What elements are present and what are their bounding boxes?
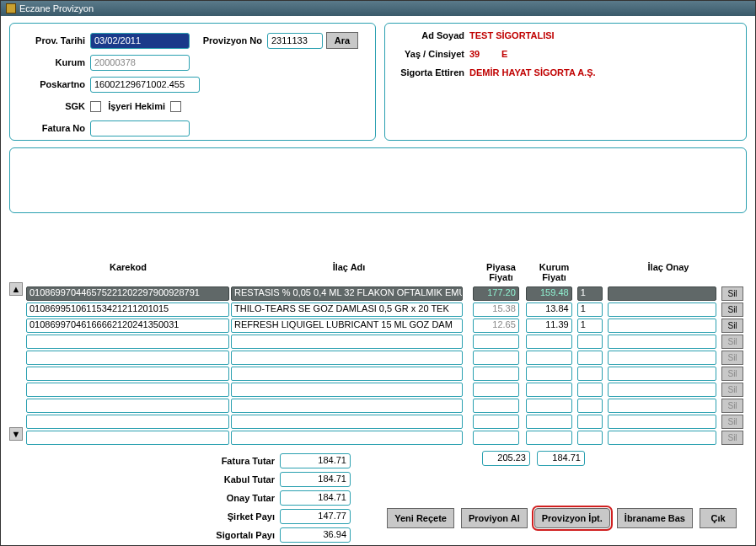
table-row[interactable]: 01086997046166662120241350031REFRESH LIQ… — [26, 318, 743, 333]
cell-piyasa — [473, 383, 519, 397]
ibraname-bas-button[interactable]: İbraname Bas — [617, 508, 693, 528]
cell-ilac[interactable] — [231, 335, 463, 349]
sirket-payi-label: Şirket Payı — [200, 511, 280, 522]
sgk-checkbox[interactable] — [90, 101, 101, 112]
sigorta-ettiren-value: DEMİR HAYAT SİGORTA A.Ş. — [469, 67, 596, 78]
cell-onay — [608, 286, 717, 301]
cell-ilac[interactable] — [231, 383, 463, 397]
notes-panel — [9, 147, 747, 213]
cell-miktar[interactable] — [577, 383, 603, 397]
provizyon-iptal-button[interactable]: Provizyon İpt. — [534, 508, 610, 528]
cell-onay — [608, 318, 717, 333]
cell-kurum — [526, 415, 572, 429]
table-row[interactable]: Sil — [26, 334, 743, 349]
sil-button[interactable]: Sil — [721, 302, 743, 317]
cell-karekod[interactable]: 010869970446575221202297900928791 — [26, 286, 229, 301]
onay-tutar-value: 184.71 — [280, 490, 351, 506]
sil-button: Sil — [721, 383, 743, 397]
cell-ilac[interactable] — [231, 367, 463, 381]
cell-karekod[interactable] — [26, 431, 229, 445]
cik-button[interactable]: Çık — [700, 508, 737, 528]
kurum-input[interactable] — [90, 55, 190, 71]
cell-kurum — [526, 351, 572, 365]
cell-onay — [608, 383, 717, 397]
cell-ilac[interactable] — [231, 399, 463, 413]
isyeri-checkbox[interactable] — [170, 101, 181, 112]
cell-onay — [608, 399, 717, 413]
table-row[interactable]: Sil — [26, 430, 743, 445]
scroll-up-button[interactable]: ▲ — [9, 282, 23, 296]
table-row[interactable]: 010869951061153421211201015THILO-TEARS S… — [26, 302, 743, 317]
isyeri-label: İşyeri Hekimi — [101, 101, 170, 111]
cell-karekod[interactable] — [26, 335, 229, 349]
cell-piyasa — [473, 415, 519, 429]
cell-karekod[interactable] — [26, 351, 229, 365]
table-row[interactable]: Sil — [26, 398, 743, 413]
cell-kurum: 11.39 — [526, 318, 572, 333]
patient-info-panel: Ad Soyad TEST SİGORTALISI Yaş / Cinsiyet… — [384, 23, 747, 141]
yas-value: 39 — [469, 49, 501, 59]
table-row[interactable]: 010869970446575221202297900928791RESTASI… — [26, 286, 743, 301]
table-row[interactable]: Sil — [26, 382, 743, 397]
sil-button: Sil — [721, 351, 743, 365]
ad-soyad-label: Ad Soyad — [394, 30, 469, 40]
cell-miktar[interactable]: 1 — [577, 302, 603, 317]
cell-piyasa: 12.65 — [473, 318, 519, 333]
kurum-label: Kurum — [19, 57, 90, 67]
sigortali-payi-label: Sigortalı Payı — [200, 530, 280, 540]
cell-kurum — [526, 431, 572, 445]
cell-onay — [608, 367, 717, 381]
yeni-recete-button[interactable]: Yeni Reçete — [387, 508, 454, 528]
kabul-tutar-label: Kabul Tutar — [200, 474, 280, 484]
kabul-tutar-value: 184.71 — [280, 472, 351, 487]
sil-button[interactable]: Sil — [721, 286, 743, 301]
cell-miktar[interactable]: 1 — [577, 286, 603, 301]
fatura-no-input[interactable] — [90, 120, 190, 136]
sil-button: Sil — [721, 399, 743, 413]
cell-karekod[interactable]: 010869951061153421211201015 — [26, 302, 229, 317]
cell-miktar[interactable] — [577, 431, 603, 445]
cell-ilac[interactable] — [231, 431, 463, 445]
cinsiyet-value: E — [501, 49, 507, 59]
cell-miktar[interactable] — [577, 335, 603, 349]
scroll-down-button[interactable]: ▼ — [9, 427, 23, 441]
cell-karekod[interactable] — [26, 383, 229, 397]
cell-kurum: 13.84 — [526, 302, 572, 317]
cell-karekod[interactable] — [26, 399, 229, 413]
poskartno-input[interactable] — [90, 77, 200, 93]
cell-karekod[interactable] — [26, 367, 229, 381]
cell-piyasa — [473, 335, 519, 349]
table-row[interactable]: Sil — [26, 366, 743, 381]
cell-ilac[interactable] — [231, 351, 463, 365]
fatura-tutar-value: 184.71 — [280, 453, 351, 468]
provizyon-no-input[interactable] — [267, 33, 323, 49]
ara-button[interactable]: Ara — [326, 32, 358, 49]
window-titlebar: Eczane Provizyon — [1, 1, 755, 16]
cell-kurum — [526, 335, 572, 349]
sil-button[interactable]: Sil — [721, 318, 743, 333]
cell-ilac[interactable]: REFRESH LIQUIGEL LUBRICANT 15 ML GOZ DAM — [231, 318, 463, 333]
table-row[interactable]: Sil — [26, 414, 743, 429]
proviyon-al-button[interactable]: Proviyon Al — [461, 508, 528, 528]
sgk-label: SGK — [19, 101, 90, 111]
sil-button: Sil — [721, 335, 743, 349]
cell-ilac[interactable] — [231, 415, 463, 429]
cell-karekod[interactable] — [26, 415, 229, 429]
col-onay: İlaç Onay — [618, 262, 719, 282]
sil-button: Sil — [721, 415, 743, 429]
cell-ilac[interactable]: THILO-TEARS SE GOZ DAMLASI 0,5 GR x 20 T… — [231, 302, 463, 317]
prov-tarihi-input[interactable] — [90, 33, 190, 49]
cell-kurum — [526, 383, 572, 397]
cell-miktar[interactable] — [577, 367, 603, 381]
cell-miktar[interactable] — [577, 351, 603, 365]
cell-miktar[interactable] — [577, 399, 603, 413]
poskartno-label: Poskartno — [19, 79, 90, 89]
cell-onay — [608, 415, 717, 429]
table-row[interactable]: Sil — [26, 350, 743, 365]
cell-miktar[interactable] — [577, 415, 603, 429]
cell-kurum — [526, 399, 572, 413]
cell-miktar[interactable]: 1 — [577, 318, 603, 333]
cell-karekod[interactable]: 01086997046166662120241350031 — [26, 318, 229, 333]
cell-ilac[interactable]: RESTASIS % 0,05 0,4 ML 32 FLAKON OFTALMI… — [231, 286, 463, 301]
cell-piyasa — [473, 351, 519, 365]
